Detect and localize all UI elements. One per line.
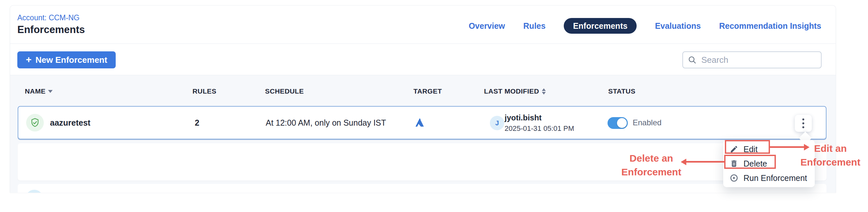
plus-icon: + <box>26 55 32 64</box>
enforcement-type-circle <box>26 190 43 193</box>
enforcements-page: Account: CCM-NG Enforcements Overview Ru… <box>0 0 868 212</box>
enforcement-name[interactable]: aazuretest <box>50 107 91 139</box>
column-header-rules: RULES <box>192 87 216 95</box>
sort-desc-icon[interactable] <box>48 90 53 93</box>
edit-annotation: Edit an Enforcement <box>798 142 863 169</box>
header-divider <box>10 44 836 44</box>
annotation-line: Enforcement <box>798 155 863 169</box>
menu-item-run-enforcement[interactable]: Run Enforcement <box>723 171 815 185</box>
column-label: STATUS <box>608 87 635 95</box>
table-row[interactable] <box>18 184 827 193</box>
azure-icon <box>414 117 425 128</box>
column-label: SCHEDULE <box>265 87 304 95</box>
column-header-status: STATUS <box>608 87 635 95</box>
menu-item-label: Run Enforcement <box>743 174 807 183</box>
tab-recommendation-insights[interactable]: Recommendation Insights <box>719 21 821 31</box>
tab-evaluations[interactable]: Evaluations <box>655 21 701 31</box>
annotation-line: Edit an <box>798 142 863 155</box>
row-actions-menu-button[interactable] <box>795 115 812 132</box>
page-title: Enforcements <box>17 24 85 36</box>
tab-overview[interactable]: Overview <box>469 21 505 31</box>
column-header-name[interactable]: NAME <box>25 87 53 95</box>
avatar: J <box>490 116 504 130</box>
new-enforcement-button[interactable]: + New Enforcement <box>17 51 116 69</box>
delete-arrow <box>686 161 724 163</box>
delete-annotation: Delete an Enforcement <box>617 152 686 179</box>
target-cell <box>414 107 425 139</box>
annotation-line: Delete an <box>617 152 686 165</box>
table-row[interactable]: aazuretest 2 At 12:00 AM, only on Sunday… <box>18 106 827 139</box>
column-label: LAST MODIFIED <box>484 87 539 95</box>
main-panel: Account: CCM-NG Enforcements Overview Ru… <box>10 5 836 193</box>
column-header-schedule: SCHEDULE <box>265 87 304 95</box>
tab-rules[interactable]: Rules <box>523 21 546 31</box>
column-label: TARGET <box>413 87 442 95</box>
last-modified-cell: jyoti.bisht 2025-01-31 05:01 PM <box>504 113 574 133</box>
status-label: Enabled <box>633 107 661 139</box>
new-enforcement-label: New Enforcement <box>36 55 107 65</box>
enforcement-type-circle <box>26 114 44 132</box>
toggle-knob <box>617 118 627 128</box>
account-breadcrumb[interactable]: Account: CCM-NG <box>17 14 80 22</box>
nav-tabs: Overview Rules Enforcements Evaluations … <box>469 18 821 34</box>
schedule-text: At 12:00 AM, only on Sunday IST <box>266 107 386 139</box>
status-toggle[interactable] <box>608 117 628 129</box>
play-circle-icon <box>730 174 738 182</box>
shield-check-icon <box>30 117 40 128</box>
tab-enforcements[interactable]: Enforcements <box>564 18 637 34</box>
column-header-target: TARGET <box>413 87 442 95</box>
modified-by: jyoti.bisht <box>504 113 574 122</box>
delete-highlight-box <box>724 155 776 169</box>
sort-both-icon[interactable] <box>542 88 546 95</box>
search-input[interactable] <box>701 55 816 65</box>
annotation-line: Enforcement <box>617 165 686 179</box>
modified-date: 2025-01-31 05:01 PM <box>504 124 574 133</box>
kebab-icon <box>802 118 804 121</box>
rules-count: 2 <box>195 107 199 139</box>
edit-highlight-box <box>725 140 770 154</box>
column-label: RULES <box>192 87 216 95</box>
search-box[interactable] <box>682 51 822 69</box>
column-label: NAME <box>25 87 45 95</box>
column-header-last-modified[interactable]: LAST MODIFIED <box>484 87 546 95</box>
search-icon <box>688 55 697 64</box>
